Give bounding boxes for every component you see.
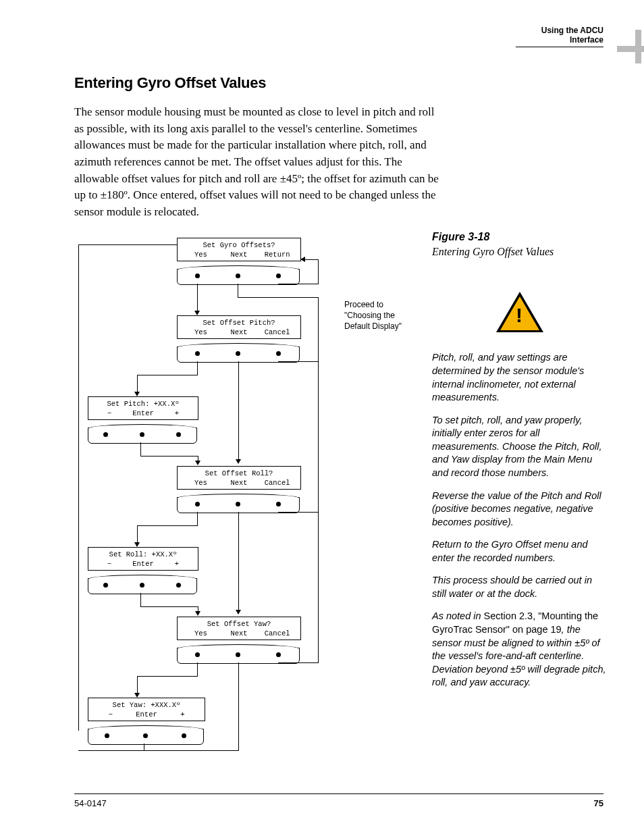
box-title: Set Yaw: +XXX.Xº <box>92 701 200 709</box>
page-footer: 54-0147 75 <box>74 793 603 808</box>
flow-box-set-gyro-offsets: Set Gyro Offsets? YesNextReturn <box>177 238 301 261</box>
box-title: Set Offset Yaw? <box>182 620 296 628</box>
flow-box-set-offset-yaw: Set Offset Yaw? YesNextCancel <box>177 617 301 640</box>
flow-box-set-yaw-value: Set Yaw: +XXX.Xº −Enter+ <box>88 698 205 721</box>
sidebar-note: Pitch, roll, and yaw settings are determ… <box>432 351 608 404</box>
button-panel <box>177 648 300 664</box>
flow-box-set-roll-value: Set Roll: +XX.Xº −Enter+ <box>88 547 198 571</box>
box-title: Set Roll: +XX.Xº <box>92 550 194 558</box>
box-title: Set Gyro Offsets? <box>182 241 296 249</box>
button-panel <box>88 578 197 594</box>
sidebar-note: To set pitch, roll, and yaw properly, in… <box>432 414 608 480</box>
button-panel <box>88 427 197 444</box>
doc-number: 54-0147 <box>74 798 107 808</box>
sidebar-note: As noted in Section 2.3, "Mounting the G… <box>432 610 608 689</box>
button-panel <box>177 346 300 363</box>
figure-caption: Entering Gyro Offset Values <box>432 246 608 258</box>
button-panel <box>88 729 204 745</box>
box-title: Set Offset Roll? <box>182 469 296 477</box>
sidebar-note: This process should be carried out in st… <box>432 574 608 600</box>
intro-paragraph: The sensor module housing must be mounte… <box>74 104 439 220</box>
flow-box-set-pitch-value: Set Pitch: +XX.Xº −Enter+ <box>88 396 198 420</box>
button-panel <box>177 497 300 513</box>
button-panel <box>177 269 300 285</box>
box-title: Set Pitch: +XX.Xº <box>92 400 194 408</box>
page-number: 75 <box>594 798 603 808</box>
box-title: Set Offset Pitch? <box>182 319 296 327</box>
figure-label: Figure 3-18 <box>432 231 608 243</box>
flow-box-set-offset-pitch: Set Offset Pitch? YesNextCancel <box>177 315 301 339</box>
callout-text: Proceed to "Choosing the Default Display… <box>344 300 412 332</box>
flowchart: Set Gyro Offsets? YesNextReturn Proceed … <box>74 231 405 785</box>
sidebar-note: Return to the Gyro Offset menu and enter… <box>432 538 608 565</box>
page-title: Entering Gyro Offset Values <box>74 74 601 92</box>
warning-icon: ! <box>496 292 543 332</box>
section-header: Using the ADCU Interface <box>516 26 603 47</box>
sidebar-note: Reverse the value of the Pitch and Roll … <box>432 490 608 529</box>
flow-box-set-offset-roll: Set Offset Roll? YesNextCancel <box>177 466 301 490</box>
